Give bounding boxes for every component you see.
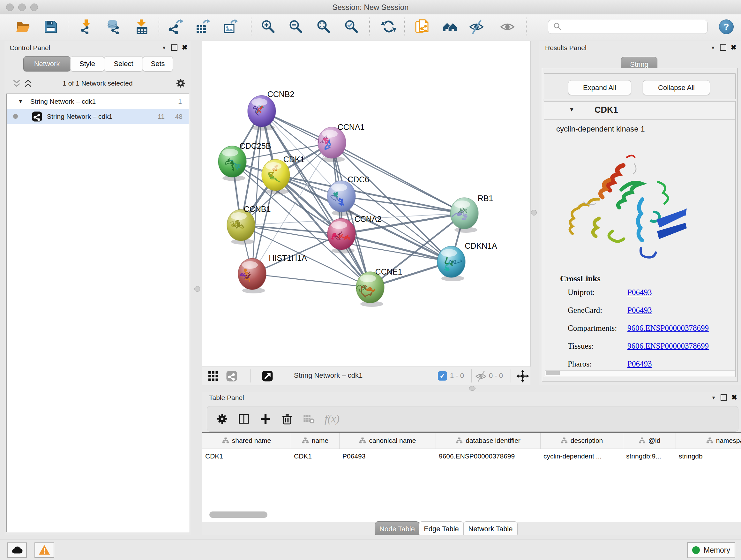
table-settings-icon[interactable] <box>216 413 228 425</box>
zoom-out-icon[interactable] <box>288 19 304 34</box>
birds-eye-view-icon[interactable] <box>262 370 273 382</box>
column-header-sharedname[interactable]: shared name <box>202 433 291 449</box>
column-header-namespace[interactable]: namespace <box>676 433 741 449</box>
scroll-thumb[interactable] <box>546 371 560 375</box>
network-view-title: String Network – cdk1 <box>294 371 362 380</box>
panel-float-icon[interactable] <box>721 394 727 401</box>
home-icon[interactable] <box>442 19 458 34</box>
network-node-ccne1[interactable] <box>356 272 384 307</box>
panel-close-icon[interactable]: ✖ <box>731 394 737 401</box>
expander-icon[interactable]: ▼ <box>18 98 23 105</box>
panel-collapse-icon[interactable]: ▼ <box>711 45 716 51</box>
table-row[interactable]: CDK1CDK1P064939606.ENSP00000378699cyclin… <box>202 449 741 463</box>
warnings-button[interactable] <box>35 543 54 558</box>
export-image-icon[interactable] <box>223 19 238 34</box>
gene-card-header[interactable]: ▼ CDK1 <box>544 102 735 120</box>
panel-close-icon[interactable]: ✖ <box>731 44 737 51</box>
network-type-icon <box>31 111 43 122</box>
export-network-icon[interactable] <box>168 19 184 34</box>
show-columns-icon[interactable] <box>238 413 250 425</box>
panel-collapse-icon[interactable]: ▼ <box>162 45 166 51</box>
network-row-selected[interactable]: String Network – cdk1 11 48 <box>7 109 189 124</box>
tab-node-table[interactable]: Node Table <box>375 521 419 535</box>
fit-content-icon[interactable] <box>516 370 529 382</box>
gear-icon[interactable] <box>175 78 186 89</box>
network-graph[interactable]: CCNB2CCNA1CDC25BCDK1CDC6RB1CCNB1CCNA2CDK… <box>202 41 530 367</box>
column-header-databaseidentifier[interactable]: database identifier <box>436 433 541 449</box>
network-node-rb1[interactable] <box>450 198 478 233</box>
network-collection-row[interactable]: ▼ String Network – cdk1 1 <box>7 94 189 109</box>
network-status-dot <box>13 114 18 119</box>
network-view-icon[interactable] <box>226 370 238 382</box>
network-tree: ▼ String Network – cdk1 1 String Network… <box>6 94 189 532</box>
tab-edge-table[interactable]: Edge Table <box>419 521 464 535</box>
delete-column-icon[interactable] <box>281 413 293 425</box>
right-splitter-handle[interactable] <box>531 210 537 215</box>
refresh-icon[interactable] <box>381 19 396 34</box>
panel-float-icon[interactable] <box>171 44 178 51</box>
column-header-canonicalname[interactable]: canonical name <box>340 433 436 449</box>
save-icon[interactable] <box>43 19 58 34</box>
crosslink-genecard[interactable]: P06493 <box>627 306 652 315</box>
zoom-selected-icon[interactable] <box>344 19 359 34</box>
horizontal-splitter[interactable] <box>202 385 741 392</box>
crosslink-pharos[interactable]: P06493 <box>627 360 652 368</box>
tab-network-table[interactable]: Network Table <box>463 521 518 535</box>
panel-float-icon[interactable] <box>720 44 726 51</box>
network-node-cdc6[interactable] <box>327 181 355 216</box>
cloud-button[interactable] <box>7 543 27 558</box>
export-table-icon[interactable] <box>195 19 210 34</box>
collection-count: 1 <box>178 98 182 105</box>
table-hscrollbar[interactable] <box>207 511 738 518</box>
left-splitter-handle[interactable] <box>194 286 200 292</box>
zoom-in-icon[interactable] <box>260 19 276 34</box>
network-node-cdkn1a[interactable] <box>437 246 465 281</box>
tab-select[interactable]: Select <box>104 56 143 71</box>
zoom-fit-icon[interactable] <box>316 19 331 34</box>
crosslink-uniprot[interactable]: P06493 <box>627 288 652 297</box>
column-header-description[interactable]: description <box>541 433 623 449</box>
tab-sets[interactable]: Sets <box>143 56 173 71</box>
network-node-cdc25b[interactable] <box>218 146 246 181</box>
panel-collapse-icon[interactable]: ▼ <box>711 395 716 400</box>
network-node-ccnb1[interactable] <box>227 209 255 245</box>
crosslinks-section: CrossLinks Uniprot:P06493GeneCard:P06493… <box>544 274 735 373</box>
add-column-icon[interactable] <box>259 413 272 425</box>
import-table-icon[interactable] <box>134 19 150 34</box>
clipboard-share-icon[interactable] <box>414 19 429 34</box>
crosslink-compartments[interactable]: 9606.ENSP00000378699 <box>627 324 709 333</box>
show-all-icon[interactable] <box>500 19 515 34</box>
toolbar-separator <box>526 17 527 36</box>
network-node-ccna2[interactable] <box>327 219 355 253</box>
help-icon[interactable]: ? <box>719 19 734 34</box>
table-toolbar: f(x) <box>207 406 738 432</box>
expand-all-button[interactable]: Expand All <box>568 80 631 95</box>
search-box[interactable] <box>548 20 708 34</box>
open-folder-icon[interactable] <box>15 19 30 34</box>
network-node-hist1h1a[interactable] <box>238 258 266 294</box>
memory-button[interactable]: Memory <box>687 542 735 558</box>
collapse-all-button[interactable]: Collapse All <box>643 80 710 95</box>
splitter-handle[interactable] <box>469 386 475 391</box>
expander-icon[interactable]: ▼ <box>569 107 575 113</box>
network-node-ccna1[interactable] <box>316 127 346 162</box>
column-header-name[interactable]: name <box>291 433 340 449</box>
tab-network[interactable]: Network <box>23 56 71 71</box>
divider <box>471 369 472 382</box>
search-icon <box>551 22 565 32</box>
panel-close-icon[interactable]: ✖ <box>182 44 188 51</box>
import-database-icon[interactable] <box>106 19 122 34</box>
tab-style[interactable]: Style <box>70 56 105 71</box>
hide-selected-icon[interactable] <box>469 19 484 34</box>
grid-view-icon[interactable] <box>207 370 219 382</box>
table-cell: P06493 <box>340 449 436 463</box>
crosslink-tissues[interactable]: 9606.ENSP00000378699 <box>627 341 709 351</box>
search-input[interactable] <box>565 21 707 33</box>
scroll-thumb[interactable] <box>209 511 267 518</box>
selected-checkbox[interactable]: ✓ <box>438 371 447 381</box>
network-canvas[interactable]: CCNB2CCNA1CDC25BCDK1CDC6RB1CCNB1CCNA2CDK… <box>202 41 531 367</box>
crosslink-label: Tissues: <box>568 341 594 351</box>
import-network-icon[interactable] <box>78 19 94 34</box>
column-header-id[interactable]: @id <box>623 433 676 449</box>
results-hscrollbar[interactable] <box>545 370 735 376</box>
